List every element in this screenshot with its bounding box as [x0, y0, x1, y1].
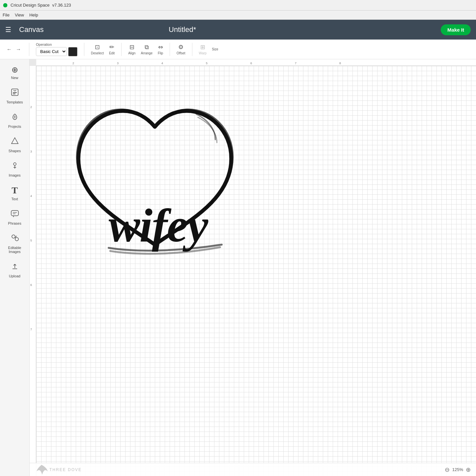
svg-rect-8: [11, 210, 18, 216]
ruler-horizontal: 2 3 4 5 6 7 8: [36, 59, 476, 66]
flip-icon[interactable]: ⇔: [158, 43, 163, 51]
offset-label: Offset: [177, 51, 185, 55]
svg-point-5: [14, 163, 16, 165]
redo-button[interactable]: →: [14, 45, 22, 54]
offset-action: ⚙ Offset: [177, 43, 185, 55]
sidebar: ⊕ New Templates Projects: [0, 59, 30, 476]
templates-icon: [10, 88, 19, 99]
divider-2: [84, 43, 84, 56]
divider-3: [121, 43, 122, 56]
document-title: Untitled*: [169, 25, 196, 34]
operation-dropdown[interactable]: Basic Cut: [36, 47, 67, 56]
make-it-button[interactable]: Make It: [441, 24, 471, 35]
upload-icon: [10, 262, 19, 273]
divider-5: [192, 43, 192, 56]
canvas-title: Canvas: [19, 25, 44, 34]
zoom-out-button[interactable]: ⊖: [445, 466, 450, 473]
hamburger-menu[interactable]: ☰: [5, 26, 11, 34]
undo-redo-group: ← →: [5, 45, 22, 54]
svg-text:wifey: wifey: [109, 200, 209, 252]
offset-icon[interactable]: ⚙: [178, 43, 183, 51]
svg-point-11: [12, 235, 15, 238]
editable-images-icon: [10, 233, 19, 244]
arrange-icon[interactable]: ⧉: [145, 44, 149, 51]
edit-label: Edit: [109, 51, 115, 55]
title-bar: Cricut Design Space v7.36.123: [0, 0, 476, 11]
size-action: Size: [212, 47, 218, 51]
text-icon: T: [12, 185, 18, 196]
sidebar-item-shapes[interactable]: Shapes: [0, 133, 29, 156]
deselect-label: Deselect: [91, 51, 104, 55]
svg-rect-3: [13, 94, 15, 94]
arrange-action: ⧉ Arrange: [141, 44, 153, 55]
sidebar-item-new[interactable]: ⊕ New: [0, 62, 29, 83]
deselect-icon[interactable]: ⊡: [95, 43, 100, 51]
svg-point-0: [3, 3, 8, 8]
shapes-icon: [10, 136, 19, 148]
size-label: Size: [212, 47, 218, 51]
app-icon: [3, 3, 8, 8]
app-version: v7.36.123: [52, 3, 71, 8]
align-icon[interactable]: ⊟: [129, 43, 134, 51]
warp-label: Warp: [199, 51, 207, 55]
align-action: ⊟ Align: [128, 43, 135, 55]
sidebar-item-editable-images[interactable]: Editable Images: [0, 230, 29, 257]
app-title: Cricut Design Space: [11, 3, 50, 8]
sidebar-label-phrases: Phrases: [8, 221, 21, 225]
phrases-icon: [10, 209, 19, 220]
deselect-action: ⊡ Deselect: [91, 43, 104, 55]
ruler-vertical: 2 3 4 5 6 7: [30, 66, 36, 476]
main-area: ⊕ New Templates Projects: [0, 59, 476, 476]
divider-1: [29, 43, 29, 56]
operation-label: Operation: [36, 42, 52, 46]
sidebar-item-templates[interactable]: Templates: [0, 84, 29, 107]
arrange-label: Arrange: [141, 51, 153, 55]
sidebar-label-projects: Projects: [8, 125, 21, 128]
menu-file[interactable]: File: [3, 13, 10, 17]
menu-help[interactable]: Help: [29, 13, 38, 17]
sidebar-label-text: Text: [11, 197, 18, 201]
warp-icon[interactable]: ⊞: [200, 43, 205, 51]
menu-view[interactable]: View: [15, 13, 24, 17]
sidebar-item-projects[interactable]: Projects: [0, 109, 29, 132]
watermark-logo: [35, 463, 48, 476]
header-buttons: Make It: [441, 24, 471, 35]
operation-select: Basic Cut: [36, 47, 77, 56]
sidebar-label-shapes: Shapes: [9, 149, 21, 153]
canvas-artwork: wifey: [59, 79, 250, 270]
toolbar: ← → Operation Basic Cut ⊡ Deselect ✏ Edi…: [0, 40, 476, 59]
sidebar-label-templates: Templates: [6, 100, 23, 104]
sidebar-label-images: Images: [9, 173, 20, 177]
zoom-level: 125%: [452, 467, 463, 472]
flip-action: ⇔ Flip: [158, 43, 163, 55]
sidebar-label-new: New: [11, 76, 18, 80]
flip-label: Flip: [158, 51, 163, 55]
edit-action: ✏ Edit: [109, 43, 115, 55]
watermark-text: THREE DOVE: [49, 467, 82, 472]
sidebar-label-editable-images: Editable Images: [3, 246, 27, 254]
warp-action: ⊞ Warp: [199, 43, 207, 55]
operation-group: Operation Basic Cut: [36, 42, 77, 56]
color-swatch[interactable]: [68, 47, 77, 56]
projects-icon: [10, 112, 19, 123]
svg-marker-4: [12, 138, 18, 144]
sidebar-label-upload: Upload: [9, 274, 20, 278]
svg-point-12: [15, 238, 18, 241]
sidebar-item-text[interactable]: T Text: [0, 182, 29, 204]
align-label: Align: [128, 51, 135, 55]
sidebar-item-images[interactable]: Images: [0, 157, 29, 181]
bottom-bar: THREE DOVE ⊖ 125% ⊕: [30, 463, 476, 476]
menu-bar: File View Help: [0, 11, 476, 20]
edit-icon[interactable]: ✏: [109, 43, 114, 51]
sidebar-item-phrases[interactable]: Phrases: [0, 206, 29, 229]
svg-rect-2: [13, 92, 17, 93]
sidebar-item-upload[interactable]: Upload: [0, 258, 29, 281]
divider-4: [170, 43, 170, 56]
watermark: THREE DOVE: [35, 463, 82, 476]
images-icon: [10, 161, 19, 172]
new-icon: ⊕: [12, 65, 18, 74]
undo-button[interactable]: ←: [5, 45, 13, 54]
canvas-area[interactable]: 2 3 4 5 6 7 8 2 3 4 5 6 7: [30, 59, 476, 476]
header: ☰ Canvas Untitled* Make It: [0, 20, 476, 40]
zoom-in-button[interactable]: ⊕: [466, 466, 471, 473]
